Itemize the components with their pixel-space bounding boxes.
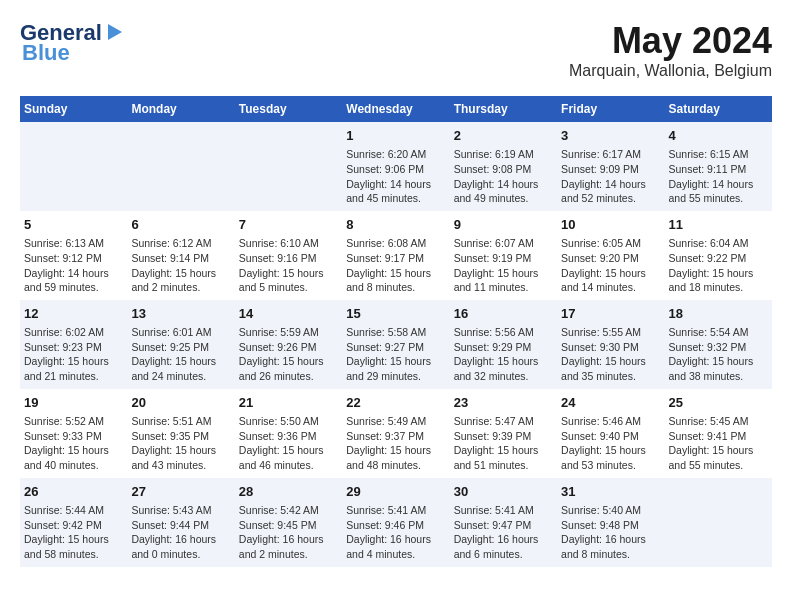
day-info: Sunrise: 6:01 AMSunset: 9:25 PMDaylight:…	[131, 325, 230, 384]
day-number: 12	[24, 305, 123, 323]
calendar-cell: 23Sunrise: 5:47 AMSunset: 9:39 PMDayligh…	[450, 389, 557, 478]
month-title: May 2024	[569, 20, 772, 62]
calendar-cell: 1Sunrise: 6:20 AMSunset: 9:06 PMDaylight…	[342, 122, 449, 211]
calendar-week-row: 19Sunrise: 5:52 AMSunset: 9:33 PMDayligh…	[20, 389, 772, 478]
day-info: Sunrise: 5:49 AMSunset: 9:37 PMDaylight:…	[346, 414, 445, 473]
weekday-header-wednesday: Wednesday	[342, 96, 449, 122]
calendar-week-row: 12Sunrise: 6:02 AMSunset: 9:23 PMDayligh…	[20, 300, 772, 389]
calendar-cell	[235, 122, 342, 211]
weekday-header-thursday: Thursday	[450, 96, 557, 122]
calendar-cell: 17Sunrise: 5:55 AMSunset: 9:30 PMDayligh…	[557, 300, 664, 389]
day-info: Sunrise: 6:08 AMSunset: 9:17 PMDaylight:…	[346, 236, 445, 295]
logo-arrow-icon	[104, 22, 126, 44]
calendar-week-row: 1Sunrise: 6:20 AMSunset: 9:06 PMDaylight…	[20, 122, 772, 211]
day-info: Sunrise: 5:52 AMSunset: 9:33 PMDaylight:…	[24, 414, 123, 473]
day-info: Sunrise: 5:51 AMSunset: 9:35 PMDaylight:…	[131, 414, 230, 473]
day-info: Sunrise: 5:50 AMSunset: 9:36 PMDaylight:…	[239, 414, 338, 473]
calendar-cell: 11Sunrise: 6:04 AMSunset: 9:22 PMDayligh…	[665, 211, 772, 300]
calendar-cell: 22Sunrise: 5:49 AMSunset: 9:37 PMDayligh…	[342, 389, 449, 478]
svg-marker-0	[108, 24, 122, 40]
calendar-cell: 19Sunrise: 5:52 AMSunset: 9:33 PMDayligh…	[20, 389, 127, 478]
calendar-cell: 13Sunrise: 6:01 AMSunset: 9:25 PMDayligh…	[127, 300, 234, 389]
day-number: 23	[454, 394, 553, 412]
day-number: 2	[454, 127, 553, 145]
day-info: Sunrise: 6:17 AMSunset: 9:09 PMDaylight:…	[561, 147, 660, 206]
day-info: Sunrise: 6:04 AMSunset: 9:22 PMDaylight:…	[669, 236, 768, 295]
calendar-cell: 4Sunrise: 6:15 AMSunset: 9:11 PMDaylight…	[665, 122, 772, 211]
calendar-cell: 31Sunrise: 5:40 AMSunset: 9:48 PMDayligh…	[557, 478, 664, 567]
day-info: Sunrise: 5:44 AMSunset: 9:42 PMDaylight:…	[24, 503, 123, 562]
day-number: 9	[454, 216, 553, 234]
calendar-cell: 21Sunrise: 5:50 AMSunset: 9:36 PMDayligh…	[235, 389, 342, 478]
day-number: 3	[561, 127, 660, 145]
day-info: Sunrise: 5:41 AMSunset: 9:47 PMDaylight:…	[454, 503, 553, 562]
day-info: Sunrise: 6:20 AMSunset: 9:06 PMDaylight:…	[346, 147, 445, 206]
calendar-table: SundayMondayTuesdayWednesdayThursdayFrid…	[20, 96, 772, 567]
day-number: 8	[346, 216, 445, 234]
day-number: 22	[346, 394, 445, 412]
calendar-cell: 20Sunrise: 5:51 AMSunset: 9:35 PMDayligh…	[127, 389, 234, 478]
day-info: Sunrise: 6:13 AMSunset: 9:12 PMDaylight:…	[24, 236, 123, 295]
day-number: 20	[131, 394, 230, 412]
day-info: Sunrise: 5:47 AMSunset: 9:39 PMDaylight:…	[454, 414, 553, 473]
calendar-cell: 27Sunrise: 5:43 AMSunset: 9:44 PMDayligh…	[127, 478, 234, 567]
calendar-cell: 5Sunrise: 6:13 AMSunset: 9:12 PMDaylight…	[20, 211, 127, 300]
calendar-week-row: 5Sunrise: 6:13 AMSunset: 9:12 PMDaylight…	[20, 211, 772, 300]
day-number: 25	[669, 394, 768, 412]
calendar-cell: 28Sunrise: 5:42 AMSunset: 9:45 PMDayligh…	[235, 478, 342, 567]
day-number: 11	[669, 216, 768, 234]
day-number: 17	[561, 305, 660, 323]
day-info: Sunrise: 5:43 AMSunset: 9:44 PMDaylight:…	[131, 503, 230, 562]
day-number: 30	[454, 483, 553, 501]
calendar-cell: 2Sunrise: 6:19 AMSunset: 9:08 PMDaylight…	[450, 122, 557, 211]
day-info: Sunrise: 6:02 AMSunset: 9:23 PMDaylight:…	[24, 325, 123, 384]
weekday-header-friday: Friday	[557, 96, 664, 122]
calendar-cell: 7Sunrise: 6:10 AMSunset: 9:16 PMDaylight…	[235, 211, 342, 300]
day-number: 26	[24, 483, 123, 501]
calendar-cell: 24Sunrise: 5:46 AMSunset: 9:40 PMDayligh…	[557, 389, 664, 478]
calendar-week-row: 26Sunrise: 5:44 AMSunset: 9:42 PMDayligh…	[20, 478, 772, 567]
calendar-cell: 18Sunrise: 5:54 AMSunset: 9:32 PMDayligh…	[665, 300, 772, 389]
day-number: 13	[131, 305, 230, 323]
day-info: Sunrise: 5:45 AMSunset: 9:41 PMDaylight:…	[669, 414, 768, 473]
day-number: 4	[669, 127, 768, 145]
day-info: Sunrise: 5:40 AMSunset: 9:48 PMDaylight:…	[561, 503, 660, 562]
weekday-header-saturday: Saturday	[665, 96, 772, 122]
day-number: 16	[454, 305, 553, 323]
calendar-cell: 8Sunrise: 6:08 AMSunset: 9:17 PMDaylight…	[342, 211, 449, 300]
day-info: Sunrise: 5:55 AMSunset: 9:30 PMDaylight:…	[561, 325, 660, 384]
day-info: Sunrise: 6:07 AMSunset: 9:19 PMDaylight:…	[454, 236, 553, 295]
day-number: 31	[561, 483, 660, 501]
calendar-cell: 26Sunrise: 5:44 AMSunset: 9:42 PMDayligh…	[20, 478, 127, 567]
day-number: 5	[24, 216, 123, 234]
day-info: Sunrise: 5:41 AMSunset: 9:46 PMDaylight:…	[346, 503, 445, 562]
weekday-header-row: SundayMondayTuesdayWednesdayThursdayFrid…	[20, 96, 772, 122]
day-info: Sunrise: 6:12 AMSunset: 9:14 PMDaylight:…	[131, 236, 230, 295]
day-number: 15	[346, 305, 445, 323]
calendar-cell: 14Sunrise: 5:59 AMSunset: 9:26 PMDayligh…	[235, 300, 342, 389]
day-info: Sunrise: 6:15 AMSunset: 9:11 PMDaylight:…	[669, 147, 768, 206]
calendar-cell: 25Sunrise: 5:45 AMSunset: 9:41 PMDayligh…	[665, 389, 772, 478]
day-info: Sunrise: 5:46 AMSunset: 9:40 PMDaylight:…	[561, 414, 660, 473]
day-info: Sunrise: 5:54 AMSunset: 9:32 PMDaylight:…	[669, 325, 768, 384]
day-info: Sunrise: 5:59 AMSunset: 9:26 PMDaylight:…	[239, 325, 338, 384]
day-number: 7	[239, 216, 338, 234]
calendar-cell	[127, 122, 234, 211]
day-info: Sunrise: 6:10 AMSunset: 9:16 PMDaylight:…	[239, 236, 338, 295]
day-info: Sunrise: 5:42 AMSunset: 9:45 PMDaylight:…	[239, 503, 338, 562]
day-number: 28	[239, 483, 338, 501]
calendar-cell: 29Sunrise: 5:41 AMSunset: 9:46 PMDayligh…	[342, 478, 449, 567]
calendar-cell: 6Sunrise: 6:12 AMSunset: 9:14 PMDaylight…	[127, 211, 234, 300]
day-info: Sunrise: 5:56 AMSunset: 9:29 PMDaylight:…	[454, 325, 553, 384]
weekday-header-monday: Monday	[127, 96, 234, 122]
calendar-cell	[20, 122, 127, 211]
location: Marquain, Wallonia, Belgium	[569, 62, 772, 80]
day-number: 19	[24, 394, 123, 412]
calendar-cell: 12Sunrise: 6:02 AMSunset: 9:23 PMDayligh…	[20, 300, 127, 389]
calendar-cell: 30Sunrise: 5:41 AMSunset: 9:47 PMDayligh…	[450, 478, 557, 567]
calendar-cell: 15Sunrise: 5:58 AMSunset: 9:27 PMDayligh…	[342, 300, 449, 389]
calendar-cell: 10Sunrise: 6:05 AMSunset: 9:20 PMDayligh…	[557, 211, 664, 300]
day-info: Sunrise: 6:19 AMSunset: 9:08 PMDaylight:…	[454, 147, 553, 206]
day-number: 29	[346, 483, 445, 501]
title-block: May 2024 Marquain, Wallonia, Belgium	[569, 20, 772, 80]
